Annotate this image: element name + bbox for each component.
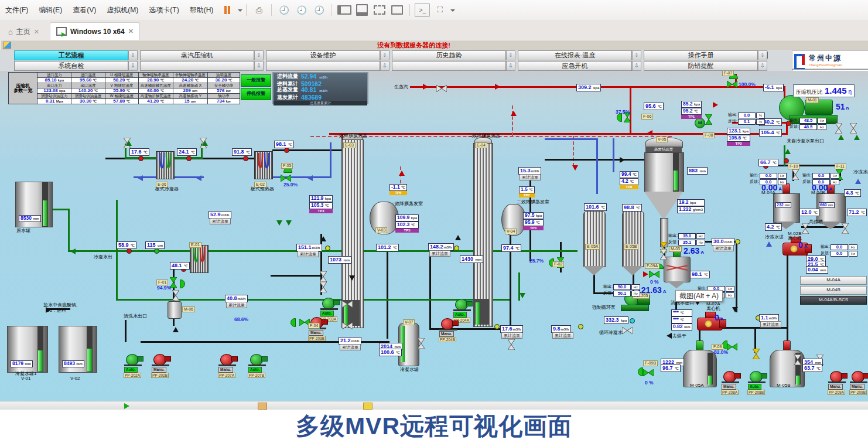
menu-item[interactable]: 编辑(E) (33, 6, 67, 14)
valve[interactable] (173, 290, 180, 301)
pump-PP-209A[interactable]: Manu. PP-209A (828, 370, 849, 394)
high-level-tank[interactable]: 232 mm (773, 193, 800, 223)
mixer-tank[interactable] (664, 257, 691, 282)
totalizer-button[interactable]: 累计流量 (552, 332, 573, 339)
nav-button[interactable]: 操作手册 (644, 50, 758, 60)
nav-button[interactable] (392, 61, 506, 71)
valve[interactable] (643, 368, 654, 375)
nav-arrow-button[interactable]: ⇩ (506, 50, 515, 60)
nav-arrow-button[interactable]: ⇩ (254, 61, 264, 71)
menu-item[interactable]: 选项卡(T) (143, 6, 184, 14)
nav-arrow-button[interactable]: ⇩ (758, 61, 767, 71)
v05-body[interactable] (644, 152, 684, 192)
menu-item[interactable]: 查看(V) (67, 6, 101, 14)
nav-button[interactable] (266, 61, 380, 71)
totalizer-button[interactable]: 累计流量 (210, 218, 231, 224)
valve[interactable] (803, 223, 810, 234)
nav-button[interactable]: 应急开机 (518, 61, 632, 71)
fit-guest-icon[interactable] (372, 3, 387, 17)
nav-arrow-button[interactable]: ⇩ (758, 50, 767, 60)
send-ctrl-alt-del-icon[interactable]: ⎙ (251, 3, 266, 17)
valve[interactable] (436, 84, 447, 91)
totalizer-button[interactable]: 累计流量 (226, 302, 247, 308)
pump-PP-208A[interactable]: Manu. PP-208A (721, 370, 742, 394)
nav-arrow-button[interactable]: ⇩ (380, 50, 389, 60)
pump-PP-202B[interactable]: Manu. PP-202B (151, 353, 172, 377)
valve[interactable] (342, 321, 353, 328)
pump-PP-209B[interactable]: Manu. PP-209B (849, 370, 868, 394)
valve[interactable] (509, 339, 516, 350)
equipment-select-button[interactable]: M-04A (800, 276, 867, 285)
taskbar-icon[interactable] (363, 403, 373, 410)
valve[interactable] (795, 355, 802, 365)
valve[interactable] (171, 277, 178, 288)
nav-arrow-button[interactable]: ⇩ (128, 61, 138, 71)
totalizer-button[interactable]: 累计流量 (429, 250, 450, 257)
storage-tank[interactable]: 8179 mm (7, 326, 48, 373)
valve[interactable] (727, 80, 737, 87)
valve[interactable] (727, 342, 737, 349)
nav-button[interactable] (140, 61, 254, 71)
totalizer-button[interactable]: 累计流量 (713, 245, 734, 251)
nav-button[interactable]: 蒸汽压缩机 (140, 50, 254, 60)
pump-PP-208B[interactable]: Auto. PP-208B (747, 370, 768, 394)
plate-heat-exchanger[interactable] (254, 151, 273, 179)
nav-arrow-button[interactable]: ⇩ (254, 50, 264, 60)
fullscreen-icon[interactable]: ⛶ (432, 3, 447, 17)
pump-PP-204B[interactable]: Manu. PP-204B (439, 317, 460, 342)
nav-arrow-button[interactable]: ⇩ (128, 50, 138, 60)
pump-PP-207B[interactable]: Auto. PP-207B (248, 353, 269, 377)
valve[interactable] (661, 249, 668, 260)
run-icon[interactable] (124, 403, 132, 409)
tab-home[interactable]: ⌂ 主页 ✕ (2, 23, 45, 40)
alarm-button[interactable]: 停机报警 (241, 88, 271, 100)
snapshot-manager-icon[interactable]: 🕘 (312, 3, 327, 17)
nav-button[interactable]: 工艺流程 (14, 50, 128, 60)
alarm-button[interactable]: 一般报警 (241, 74, 271, 87)
plate-heat-exchanger[interactable] (156, 151, 175, 179)
nav-arrow-button[interactable]: ⇩ (632, 61, 641, 71)
valve[interactable] (342, 299, 353, 306)
menu-item[interactable]: 虚拟机(M) (101, 6, 143, 14)
totalizer-button[interactable]: 累计流量 (760, 321, 781, 328)
nav-button[interactable]: 系统自检 (14, 61, 128, 71)
valve[interactable] (843, 223, 850, 234)
valve[interactable] (706, 114, 713, 125)
nav-button[interactable]: 设备维护 (266, 50, 380, 60)
taskbar-icon[interactable] (258, 403, 267, 410)
pump-PP-207A[interactable]: Manu. PP-207A (218, 353, 239, 377)
nav-button[interactable]: 历史趋势 (392, 50, 506, 60)
totalizer-button[interactable]: 累计流量 (520, 174, 541, 180)
high-level-tank[interactable]: 660 mm (816, 193, 846, 223)
valve[interactable] (321, 282, 328, 292)
close-icon[interactable]: ✕ (128, 28, 134, 35)
totalizer-button[interactable]: 累计流量 (340, 344, 361, 350)
close-icon[interactable]: ✕ (34, 28, 39, 36)
split-horizontal-icon[interactable] (354, 3, 370, 17)
pause-dropdown-caret[interactable] (238, 9, 242, 14)
split-vertical-icon[interactable] (337, 3, 352, 17)
storage-tank[interactable]: 8530 mm (15, 182, 53, 227)
equipment-select-button[interactable]: M-04A/B-SCS (800, 296, 867, 305)
equipment-select-button[interactable]: M-04B (800, 286, 867, 295)
plate-heat-exchanger[interactable] (190, 245, 209, 273)
nav-button[interactable]: 在线报表-温度 (518, 50, 632, 60)
pump-PP-202A[interactable]: Auto. PP-202A (124, 353, 145, 377)
menu-item[interactable]: 文件(F) (0, 6, 33, 14)
valve[interactable] (793, 169, 800, 180)
totalizer-button[interactable]: 累计流量 (298, 251, 319, 257)
nav-button[interactable]: 防错提醒 (644, 61, 758, 71)
nav-arrow-button[interactable]: ⇩ (632, 50, 641, 60)
valve[interactable] (622, 326, 633, 333)
snapshot-take-icon[interactable]: 🕘 (276, 3, 292, 17)
forced-circ-heater[interactable] (583, 211, 606, 267)
snapshot-revert-icon[interactable]: 🕘 (294, 3, 309, 17)
valve[interactable] (281, 173, 291, 180)
cascade-icon[interactable] (389, 3, 405, 17)
pause-icon[interactable] (220, 3, 235, 17)
valve[interactable] (754, 349, 761, 359)
valve[interactable] (321, 271, 328, 282)
filter-m06[interactable] (168, 301, 182, 319)
crystallizer-tank[interactable] (683, 350, 717, 387)
nav-arrow-button[interactable]: ⇩ (506, 61, 515, 71)
